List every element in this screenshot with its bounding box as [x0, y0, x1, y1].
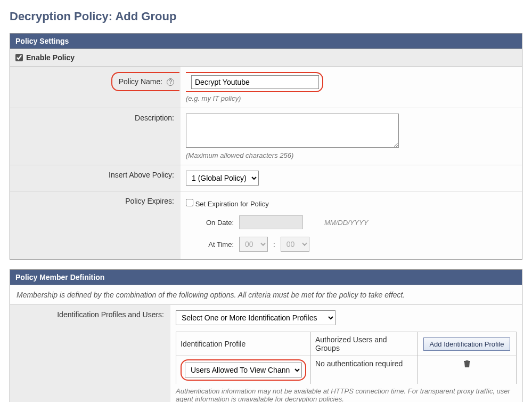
member-definition-description: Membership is defined by the combination…	[10, 285, 522, 305]
auth-note: Authentication information may not be av…	[176, 387, 517, 402]
policy-name-input-highlight	[186, 72, 323, 92]
help-icon[interactable]: ?	[167, 78, 174, 86]
col-users-header: Authorized Users and Groups	[311, 332, 418, 356]
profiles-label: Identification Profiles and Users:	[10, 305, 170, 402]
description-hint: (Maximum allowed characters 256)	[186, 151, 517, 159]
add-identification-profile-button[interactable]: Add Identification Profile	[423, 337, 510, 351]
minute-select[interactable]: 00	[281, 237, 309, 252]
insert-above-select[interactable]: 1 (Global Policy)	[186, 171, 259, 186]
insert-above-label: Insert Above Policy:	[10, 165, 181, 191]
member-definition-panel: Policy Member Definition Membership is d…	[10, 269, 522, 402]
policy-name-input[interactable]	[191, 75, 319, 89]
on-date-input[interactable]	[239, 215, 303, 229]
col-profile-header: Identification Profile	[176, 332, 311, 356]
row-users-cell: No authentication required	[311, 356, 418, 384]
expires-label: Policy Expires:	[10, 191, 181, 260]
enable-policy-label: Enable Policy	[26, 53, 75, 62]
description-textarea[interactable]	[186, 114, 399, 148]
on-date-label: On Date:	[199, 219, 234, 227]
hour-select[interactable]: 00	[239, 237, 268, 252]
page-title: Decryption Policy: Add Group	[10, 10, 522, 23]
policy-settings-header: Policy Settings	[10, 34, 522, 49]
row-profile-highlight: Users Allowed To View Channel	[181, 359, 306, 381]
profiles-table: Identification Profile Authorized Users …	[176, 332, 517, 384]
set-expiration-label: Set Expiration for Policy	[195, 200, 269, 208]
enable-policy-row: Enable Policy	[10, 49, 522, 67]
enable-policy-checkbox[interactable]	[15, 54, 23, 61]
policy-name-hint: (e.g. my IT policy)	[186, 94, 517, 102]
time-colon: :	[273, 240, 275, 248]
profiles-select[interactable]: Select One or More Identification Profil…	[176, 310, 335, 325]
at-time-label: At Time:	[199, 240, 234, 248]
policy-name-label: Policy Name:	[119, 77, 162, 86]
policy-name-highlight: Policy Name: ?	[111, 72, 179, 91]
table-row: Users Allowed To View Channel No authent…	[176, 356, 517, 384]
row-profile-select[interactable]: Users Allowed To View Channel	[185, 363, 302, 377]
policy-settings-panel: Policy Settings Enable Policy Policy Nam…	[10, 33, 522, 260]
trash-icon[interactable]	[463, 361, 471, 369]
set-expiration-checkbox[interactable]	[186, 199, 193, 206]
member-definition-header: Policy Member Definition	[10, 270, 522, 285]
description-label: Description:	[10, 108, 181, 165]
on-date-hint: MM/DD/YYYY	[324, 219, 368, 227]
